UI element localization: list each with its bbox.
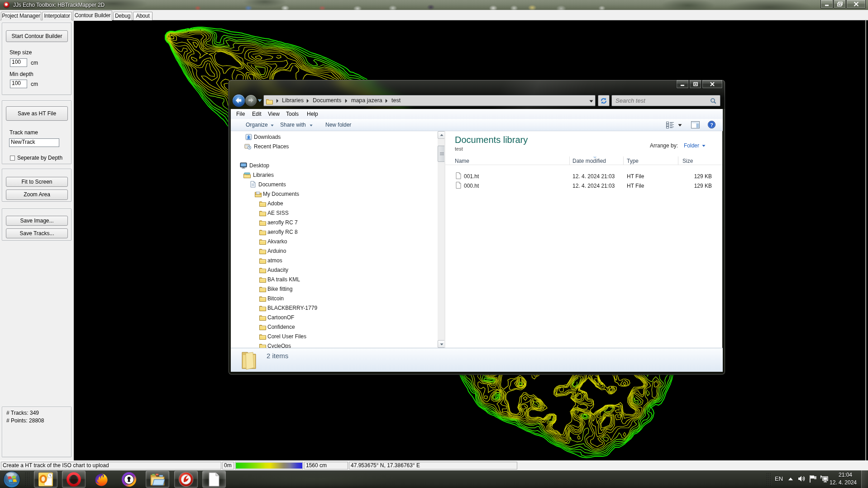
svg-text:?: ? [710, 122, 713, 128]
